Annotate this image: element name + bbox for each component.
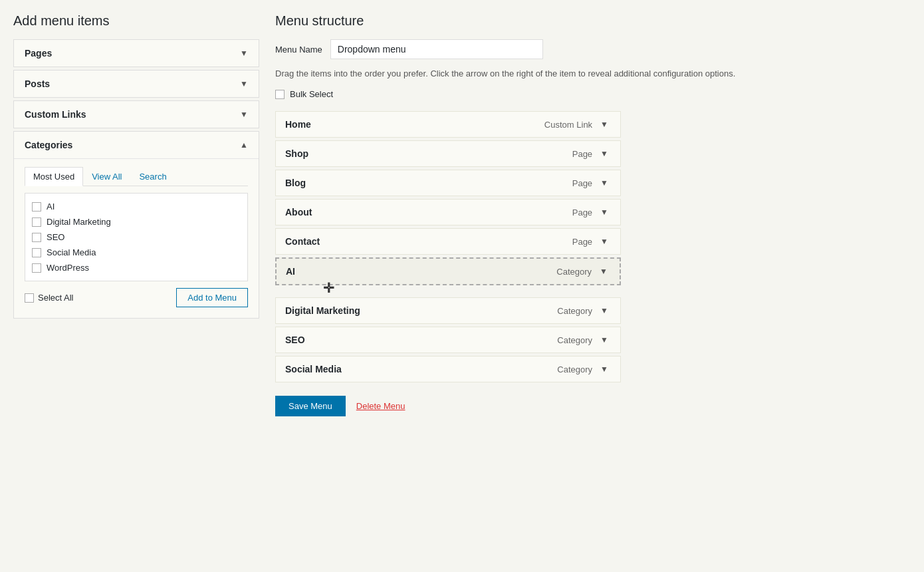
chevron-down-icon-shop[interactable]: ▼ [598, 148, 611, 160]
menu-name-input[interactable] [330, 39, 543, 59]
category-item-wp: WordPress [31, 260, 242, 275]
accordion-categories: Categories ▲ Most Used View All Search A… [13, 131, 259, 319]
accordion-pages-label: Pages [25, 48, 52, 59]
tab-view-all[interactable]: View All [83, 167, 130, 186]
menu-item-digital-type: Category [557, 306, 592, 316]
menu-item-about[interactable]: About Page ▼ [275, 199, 621, 225]
left-panel-title: Add menu items [13, 13, 259, 29]
drag-hint: Drag the items into the order you prefer… [275, 69, 860, 78]
category-item-seo: SEO [31, 229, 242, 245]
accordion-custom-links-header[interactable]: Custom Links ▼ [14, 101, 259, 128]
accordion-custom-links: Custom Links ▼ [13, 100, 259, 128]
chevron-down-icon-contact[interactable]: ▼ [598, 235, 611, 247]
category-label-ai: AI [47, 202, 55, 212]
chevron-down-icon-seo[interactable]: ▼ [598, 334, 611, 346]
delete-menu-button[interactable]: Delete Menu [356, 401, 405, 411]
category-label-digital: Digital Marketing [47, 217, 111, 227]
menu-item-contact-label: Contact [285, 236, 320, 247]
menu-item-about-type: Page [572, 208, 592, 217]
chevron-down-icon-home[interactable]: ▼ [598, 118, 611, 130]
accordion-custom-links-label: Custom Links [25, 109, 86, 120]
accordion-pages-arrow: ▼ [240, 49, 248, 58]
menu-item-ai[interactable]: AI Category ▼ ✛ [275, 257, 621, 285]
category-label-social: Social Media [47, 247, 96, 257]
menu-item-blog-right: Page ▼ [572, 177, 611, 189]
add-to-menu-button[interactable]: Add to Menu [176, 288, 248, 307]
chevron-down-icon-about[interactable]: ▼ [598, 206, 611, 218]
menu-item-seo[interactable]: SEO Category ▼ [275, 327, 621, 353]
menu-item-contact-type: Page [572, 237, 592, 247]
menu-item-ai-right: Category ▼ [556, 265, 610, 277]
category-item-social: Social Media [31, 245, 242, 260]
menu-item-shop-type: Page [572, 149, 592, 159]
bulk-select-row: Bulk Select [275, 89, 911, 99]
checkbox-social[interactable] [32, 248, 41, 257]
accordion-categories-label: Categories [25, 140, 72, 150]
tab-most-used[interactable]: Most Used [25, 167, 83, 186]
chevron-down-icon-social-media[interactable]: ▼ [598, 363, 611, 375]
menu-item-about-label: About [285, 207, 312, 217]
menu-name-row: Menu Name [275, 39, 911, 59]
bottom-actions: Save Menu Delete Menu [275, 396, 911, 416]
bulk-select-label: Bulk Select [290, 89, 333, 99]
accordion-categories-content: Most Used View All Search AI Digital Mar… [14, 158, 259, 318]
menu-item-social-media[interactable]: Social Media Category ▼ [275, 356, 621, 382]
menu-item-shop-right: Page ▼ [572, 148, 611, 160]
checkbox-digital[interactable] [32, 217, 41, 227]
category-label-seo: SEO [47, 232, 64, 242]
drag-crosshair-icon: ✛ [323, 280, 334, 296]
menu-item-home-type: Custom Link [544, 120, 592, 130]
accordion-posts-header[interactable]: Posts ▼ [14, 71, 259, 97]
right-panel-title: Menu structure [275, 13, 911, 29]
menu-item-contact[interactable]: Contact Page ▼ [275, 228, 621, 255]
chevron-down-icon-ai[interactable]: ▼ [597, 265, 610, 277]
category-label-wp: WordPress [47, 263, 89, 273]
menu-item-ai-type: Category [556, 267, 592, 277]
menu-name-label: Menu Name [275, 45, 322, 55]
checkbox-seo[interactable] [32, 233, 41, 242]
accordion-pages: Pages ▼ [13, 39, 259, 67]
menu-item-contact-right: Page ▼ [572, 235, 611, 247]
menu-item-digital[interactable]: Digital Marketing Category ▼ [275, 297, 621, 324]
checkbox-ai[interactable] [32, 202, 41, 212]
select-all-row: Select All [25, 293, 73, 303]
accordion-categories-header[interactable]: Categories ▲ [14, 132, 259, 158]
checkbox-select-all[interactable] [25, 293, 34, 303]
category-list: AI Digital Marketing SEO Social Media [25, 193, 248, 281]
menu-item-social-media-label: Social Media [285, 364, 342, 374]
menu-item-social-media-right: Category ▼ [557, 363, 611, 375]
accordion-posts-label: Posts [25, 78, 50, 89]
accordion-posts-arrow: ▼ [240, 79, 248, 88]
menu-item-home[interactable]: Home Custom Link ▼ [275, 111, 621, 138]
save-menu-button[interactable]: Save Menu [275, 396, 346, 416]
chevron-down-icon-blog[interactable]: ▼ [598, 177, 611, 189]
accordion-categories-arrow: ▲ [240, 140, 248, 150]
left-panel: Add menu items Pages ▼ Posts ▼ Custom Li… [13, 13, 259, 559]
categories-tabs: Most Used View All Search [25, 167, 248, 186]
accordion-custom-links-arrow: ▼ [240, 110, 248, 119]
menu-item-home-right: Custom Link ▼ [544, 118, 611, 130]
menu-items-list: Home Custom Link ▼ Shop Page ▼ Blog Page [275, 111, 621, 382]
select-all-label: Select All [38, 293, 73, 303]
menu-item-shop[interactable]: Shop Page ▼ [275, 140, 621, 167]
menu-item-social-media-type: Category [557, 364, 592, 374]
menu-item-home-label: Home [285, 119, 311, 130]
menu-item-shop-label: Shop [285, 148, 308, 159]
chevron-down-icon-digital[interactable]: ▼ [598, 305, 611, 317]
right-panel: Menu structure Menu Name Drag the items … [259, 13, 911, 559]
menu-item-seo-type: Category [557, 335, 592, 345]
menu-item-blog[interactable]: Blog Page ▼ [275, 170, 621, 196]
checkbox-bulk-select[interactable] [275, 90, 285, 99]
menu-item-blog-label: Blog [285, 178, 306, 188]
menu-item-seo-right: Category ▼ [557, 334, 611, 346]
accordion-pages-header[interactable]: Pages ▼ [14, 40, 259, 67]
menu-item-blog-type: Page [572, 178, 592, 188]
checkbox-wp[interactable] [32, 263, 41, 273]
menu-item-seo-label: SEO [285, 335, 305, 345]
tab-search[interactable]: Search [130, 167, 175, 186]
menu-item-digital-right: Category ▼ [557, 305, 611, 317]
category-item-ai: AI [31, 199, 242, 214]
accordion-posts: Posts ▼ [13, 70, 259, 98]
categories-footer: Select All Add to Menu [25, 288, 248, 307]
category-item-digital: Digital Marketing [31, 214, 242, 229]
